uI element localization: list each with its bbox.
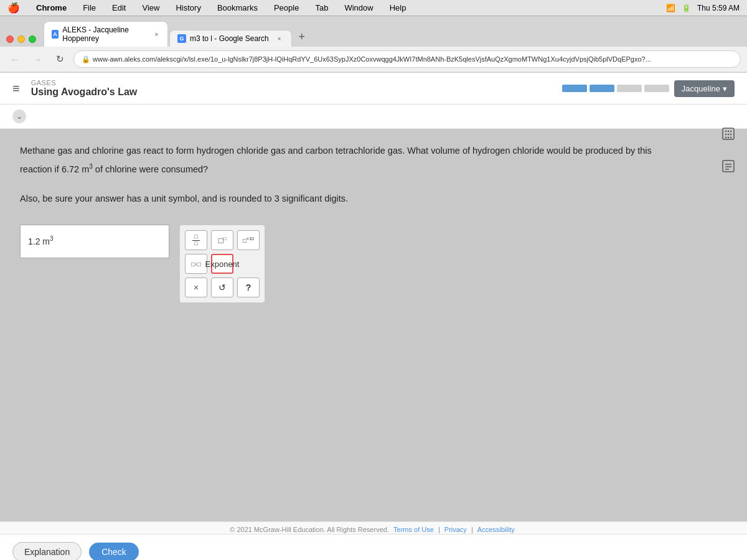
reload-button[interactable]: ↻ bbox=[51, 50, 68, 68]
traffic-lights bbox=[6, 35, 36, 47]
exponent-button[interactable]: Exponent bbox=[211, 254, 233, 274]
wifi-icon: 🔋 bbox=[682, 4, 691, 12]
tab-label-aleks: ALEKS - Jacqueline Hoppenrey bbox=[62, 26, 147, 43]
close-math-button[interactable]: × bbox=[185, 278, 207, 297]
tab-aleks[interactable]: A ALEKS - Jacqueline Hoppenrey × bbox=[44, 21, 168, 47]
section-title-area: GASES Using Avogadro's Law bbox=[31, 79, 138, 98]
multiply-dot-icon: □·□ bbox=[192, 261, 201, 268]
math-toolbar: □ □ □□ □×10 □·□ bbox=[179, 225, 265, 303]
menu-help[interactable]: Help bbox=[387, 2, 409, 14]
fraction-icon: □ □ bbox=[192, 234, 199, 247]
multiply-dot-button[interactable]: □·□ bbox=[185, 254, 207, 274]
chevron-down-icon: ▾ bbox=[723, 84, 727, 93]
close-icon: × bbox=[194, 282, 199, 292]
math-toolbar-row-1: □ □ □□ □×10 bbox=[185, 230, 260, 250]
svg-rect-10 bbox=[723, 161, 734, 172]
progress-segment-2 bbox=[590, 85, 614, 92]
forward-button[interactable]: → bbox=[29, 50, 46, 68]
menu-edit[interactable]: Edit bbox=[110, 2, 128, 14]
undo-button[interactable]: ↺ bbox=[211, 278, 233, 297]
aleks-bottom-bar: Explanation Check bbox=[0, 534, 747, 560]
lock-icon: 🔒 bbox=[82, 55, 90, 63]
notes-button[interactable] bbox=[717, 155, 740, 177]
menu-window[interactable]: Window bbox=[342, 2, 375, 14]
superscript-icon: □□ bbox=[218, 236, 227, 245]
tab-close-aleks[interactable]: × bbox=[153, 30, 160, 39]
progress-segment-4 bbox=[644, 85, 669, 92]
address-bar-row: ← → ↻ 🔒 www-awn.aleks.com/alekscgi/x/lsl… bbox=[0, 47, 747, 72]
accessibility-link[interactable]: Accessibility bbox=[477, 526, 515, 533]
superscript-button[interactable]: □□ bbox=[211, 230, 233, 250]
check-button[interactable]: Check bbox=[89, 543, 139, 560]
question-line2: reaction if 6.72 m3 of chlorine were con… bbox=[20, 162, 665, 177]
menu-file[interactable]: File bbox=[80, 2, 98, 14]
browser-chrome: A ALEKS - Jacqueline Hoppenrey × G m3 to… bbox=[0, 16, 747, 73]
user-menu-button[interactable]: Jacqueline ▾ bbox=[674, 80, 735, 97]
back-button[interactable]: ← bbox=[6, 50, 24, 68]
exponent-label: Exponent bbox=[205, 259, 240, 269]
progress-area: Jacqueline ▾ bbox=[562, 80, 735, 97]
tab-favicon-google: G bbox=[177, 34, 186, 43]
terms-link[interactable]: Terms of Use bbox=[393, 526, 434, 533]
tab-favicon-aleks: A bbox=[52, 30, 59, 39]
question-line1: Methane gas and chlorine gas react to fo… bbox=[20, 144, 665, 158]
math-toolbar-row-3: × ↺ ? bbox=[185, 278, 260, 297]
menu-tab[interactable]: Tab bbox=[312, 2, 331, 14]
battery-status: 📶 bbox=[666, 4, 675, 12]
undo-icon: ↺ bbox=[218, 282, 226, 292]
help-icon: ? bbox=[246, 282, 251, 292]
explanation-button[interactable]: Explanation bbox=[12, 542, 82, 560]
aleks-wrapper: ≡ GASES Using Avogadro's Law Jacqueline … bbox=[0, 73, 747, 560]
footer-copyright: © 2021 McGraw-Hill Education. All Rights… bbox=[230, 526, 389, 533]
minimize-window-button[interactable] bbox=[17, 35, 25, 43]
new-tab-button[interactable]: + bbox=[293, 29, 311, 47]
progress-bars bbox=[562, 85, 669, 92]
user-name: Jacqueline bbox=[682, 84, 720, 93]
collapse-button[interactable]: ⌄ bbox=[12, 110, 26, 123]
tab-google[interactable]: G m3 to l - Google Search × bbox=[169, 30, 292, 47]
section-label: GASES bbox=[31, 79, 138, 86]
question-instruction: Also, be sure your answer has a unit sym… bbox=[20, 192, 665, 206]
page-title: Using Avogadro's Law bbox=[31, 86, 138, 98]
calculator-button[interactable] bbox=[717, 123, 740, 145]
address-bar[interactable]: 🔒 www-awn.aleks.com/alekscgi/x/lsl.exe/1… bbox=[73, 50, 741, 68]
time-display: Thu 5:59 AM bbox=[697, 4, 740, 12]
sci-notation-icon: □×10 bbox=[243, 236, 254, 244]
url-text: www-awn.aleks.com/alekscgi/x/lsl.exe/1o_… bbox=[93, 55, 651, 63]
sci-notation-button[interactable]: □×10 bbox=[237, 230, 260, 250]
fraction-button[interactable]: □ □ bbox=[185, 230, 207, 250]
right-sidebar bbox=[717, 123, 740, 177]
progress-segment-3 bbox=[617, 85, 642, 92]
question-area: Methane gas and chlorine gas react to fo… bbox=[0, 129, 685, 333]
progress-segment-1 bbox=[562, 85, 587, 92]
menu-history[interactable]: History bbox=[173, 2, 203, 14]
math-toolbar-row-2: □·□ Exponent bbox=[185, 254, 260, 274]
answer-row: 1.2 m3 □ □ □□ bbox=[20, 225, 665, 303]
tab-bar: A ALEKS - Jacqueline Hoppenrey × G m3 to… bbox=[0, 16, 747, 47]
help-button[interactable]: ? bbox=[237, 278, 260, 297]
menu-view[interactable]: View bbox=[139, 2, 162, 14]
apple-menu[interactable]: 🍎 bbox=[7, 2, 20, 14]
tab-label-google: m3 to l - Google Search bbox=[190, 34, 269, 43]
mac-menu-bar: 🍎 Chrome File Edit View History Bookmark… bbox=[0, 0, 747, 16]
hamburger-menu[interactable]: ≡ bbox=[12, 82, 20, 96]
privacy-link[interactable]: Privacy bbox=[444, 526, 467, 533]
menu-bookmarks[interactable]: Bookmarks bbox=[215, 2, 260, 14]
chevron-row: ⌄ bbox=[0, 105, 747, 129]
aleks-topbar: ≡ GASES Using Avogadro's Law Jacqueline … bbox=[0, 73, 747, 105]
answer-input[interactable]: 1.2 m3 bbox=[20, 225, 169, 258]
menu-chrome[interactable]: Chrome bbox=[34, 2, 69, 14]
maximize-window-button[interactable] bbox=[29, 35, 36, 43]
tab-close-google[interactable]: × bbox=[275, 34, 284, 43]
menu-people[interactable]: People bbox=[271, 2, 301, 14]
close-window-button[interactable] bbox=[6, 35, 14, 43]
answer-value: 1.2 m3 bbox=[28, 236, 54, 246]
menu-bar-right: 📶 🔋 Thu 5:59 AM bbox=[666, 4, 740, 12]
